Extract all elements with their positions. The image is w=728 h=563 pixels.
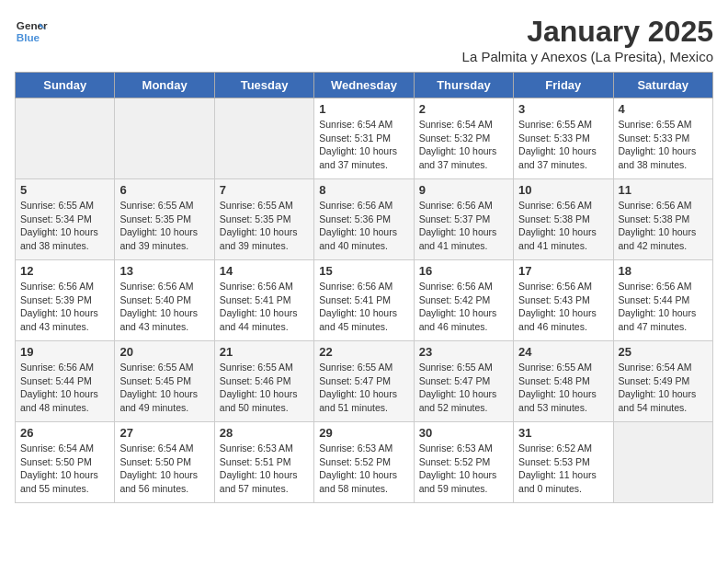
day-number: 16 — [419, 264, 508, 278]
day-number: 28 — [220, 426, 309, 440]
day-info: Sunrise: 6:56 AMSunset: 5:41 PMDaylight:… — [319, 280, 408, 334]
day-cell — [214, 98, 313, 179]
day-number: 15 — [319, 264, 408, 278]
day-number: 13 — [119, 264, 209, 278]
day-number: 31 — [518, 426, 608, 440]
logo: General Blue — [15, 15, 48, 48]
page-header: General Blue January 2025 La Palmita y A… — [15, 15, 713, 64]
day-cell: 31Sunrise: 6:52 AMSunset: 5:53 PMDayligh… — [514, 422, 613, 503]
day-cell: 29Sunrise: 6:53 AMSunset: 5:52 PMDayligh… — [314, 422, 414, 503]
day-number: 20 — [119, 345, 209, 359]
day-cell: 14Sunrise: 6:56 AMSunset: 5:41 PMDayligh… — [214, 260, 313, 341]
day-info: Sunrise: 6:54 AMSunset: 5:31 PMDaylight:… — [319, 118, 408, 172]
week-row-4: 19Sunrise: 6:56 AMSunset: 5:44 PMDayligh… — [16, 341, 713, 422]
week-row-1: 1Sunrise: 6:54 AMSunset: 5:31 PMDaylight… — [16, 98, 713, 179]
day-cell: 28Sunrise: 6:53 AMSunset: 5:51 PMDayligh… — [214, 422, 313, 503]
day-cell: 30Sunrise: 6:53 AMSunset: 5:52 PMDayligh… — [414, 422, 513, 503]
day-cell: 3Sunrise: 6:55 AMSunset: 5:33 PMDaylight… — [514, 98, 613, 179]
day-number: 26 — [20, 426, 109, 440]
weekday-header-thursday: Thursday — [414, 73, 513, 98]
day-number: 23 — [419, 345, 508, 359]
day-cell: 25Sunrise: 6:54 AMSunset: 5:49 PMDayligh… — [613, 341, 712, 422]
day-number: 25 — [619, 345, 708, 359]
day-number: 5 — [20, 183, 109, 197]
day-number: 4 — [619, 102, 708, 116]
day-cell: 26Sunrise: 6:54 AMSunset: 5:50 PMDayligh… — [16, 422, 115, 503]
day-cell: 10Sunrise: 6:56 AMSunset: 5:38 PMDayligh… — [514, 179, 613, 260]
day-number: 10 — [518, 183, 608, 197]
day-number: 17 — [518, 264, 608, 278]
day-number: 9 — [419, 183, 508, 197]
day-cell: 17Sunrise: 6:56 AMSunset: 5:43 PMDayligh… — [514, 260, 613, 341]
day-cell — [16, 98, 115, 179]
day-info: Sunrise: 6:56 AMSunset: 5:37 PMDaylight:… — [419, 199, 508, 253]
logo-icon: General Blue — [15, 15, 48, 48]
month-title: January 2025 — [462, 15, 713, 49]
day-info: Sunrise: 6:56 AMSunset: 5:44 PMDaylight:… — [20, 361, 109, 415]
weekday-header-sunday: Sunday — [16, 73, 115, 98]
day-number: 18 — [619, 264, 708, 278]
day-cell: 18Sunrise: 6:56 AMSunset: 5:44 PMDayligh… — [613, 260, 712, 341]
day-info: Sunrise: 6:55 AMSunset: 5:45 PMDaylight:… — [119, 361, 209, 415]
day-number: 27 — [119, 426, 209, 440]
day-number: 1 — [319, 102, 408, 116]
day-number: 11 — [619, 183, 708, 197]
location-title: La Palmita y Anexos (La Presita), Mexico — [462, 49, 713, 64]
day-info: Sunrise: 6:56 AMSunset: 5:44 PMDaylight:… — [619, 280, 708, 334]
day-number: 7 — [220, 183, 309, 197]
day-cell: 7Sunrise: 6:55 AMSunset: 5:35 PMDaylight… — [214, 179, 313, 260]
day-info: Sunrise: 6:55 AMSunset: 5:35 PMDaylight:… — [220, 199, 309, 253]
day-cell: 16Sunrise: 6:56 AMSunset: 5:42 PMDayligh… — [414, 260, 513, 341]
day-info: Sunrise: 6:56 AMSunset: 5:43 PMDaylight:… — [518, 280, 608, 334]
week-row-3: 12Sunrise: 6:56 AMSunset: 5:39 PMDayligh… — [16, 260, 713, 341]
day-cell: 11Sunrise: 6:56 AMSunset: 5:38 PMDayligh… — [613, 179, 712, 260]
day-cell: 22Sunrise: 6:55 AMSunset: 5:47 PMDayligh… — [314, 341, 414, 422]
weekday-header-saturday: Saturday — [613, 73, 712, 98]
day-number: 6 — [119, 183, 209, 197]
day-number: 19 — [20, 345, 109, 359]
day-cell: 6Sunrise: 6:55 AMSunset: 5:35 PMDaylight… — [115, 179, 214, 260]
weekday-header-row: SundayMondayTuesdayWednesdayThursdayFrid… — [16, 73, 713, 98]
day-cell: 21Sunrise: 6:55 AMSunset: 5:46 PMDayligh… — [214, 341, 313, 422]
day-info: Sunrise: 6:56 AMSunset: 5:38 PMDaylight:… — [619, 199, 708, 253]
day-info: Sunrise: 6:56 AMSunset: 5:38 PMDaylight:… — [518, 199, 608, 253]
weekday-header-tuesday: Tuesday — [214, 73, 313, 98]
day-cell: 1Sunrise: 6:54 AMSunset: 5:31 PMDaylight… — [314, 98, 414, 179]
day-number: 24 — [518, 345, 608, 359]
week-row-2: 5Sunrise: 6:55 AMSunset: 5:34 PMDaylight… — [16, 179, 713, 260]
day-cell: 20Sunrise: 6:55 AMSunset: 5:45 PMDayligh… — [115, 341, 214, 422]
day-cell: 19Sunrise: 6:56 AMSunset: 5:44 PMDayligh… — [16, 341, 115, 422]
day-cell: 15Sunrise: 6:56 AMSunset: 5:41 PMDayligh… — [314, 260, 414, 341]
day-info: Sunrise: 6:55 AMSunset: 5:47 PMDaylight:… — [319, 361, 408, 415]
day-info: Sunrise: 6:53 AMSunset: 5:52 PMDaylight:… — [419, 442, 508, 496]
day-cell — [613, 422, 712, 503]
day-info: Sunrise: 6:54 AMSunset: 5:50 PMDaylight:… — [119, 442, 209, 496]
day-info: Sunrise: 6:53 AMSunset: 5:52 PMDaylight:… — [319, 442, 408, 496]
weekday-header-wednesday: Wednesday — [314, 73, 414, 98]
day-number: 29 — [319, 426, 408, 440]
day-info: Sunrise: 6:55 AMSunset: 5:48 PMDaylight:… — [518, 361, 608, 415]
title-block: January 2025 La Palmita y Anexos (La Pre… — [462, 15, 713, 64]
day-info: Sunrise: 6:55 AMSunset: 5:46 PMDaylight:… — [220, 361, 309, 415]
svg-text:Blue: Blue — [17, 31, 40, 43]
day-number: 14 — [220, 264, 309, 278]
day-cell: 13Sunrise: 6:56 AMSunset: 5:40 PMDayligh… — [115, 260, 214, 341]
day-info: Sunrise: 6:52 AMSunset: 5:53 PMDaylight:… — [518, 442, 608, 496]
day-cell: 24Sunrise: 6:55 AMSunset: 5:48 PMDayligh… — [514, 341, 613, 422]
day-number: 22 — [319, 345, 408, 359]
day-info: Sunrise: 6:56 AMSunset: 5:41 PMDaylight:… — [220, 280, 309, 334]
day-info: Sunrise: 6:54 AMSunset: 5:32 PMDaylight:… — [419, 118, 508, 172]
day-info: Sunrise: 6:56 AMSunset: 5:40 PMDaylight:… — [119, 280, 209, 334]
day-info: Sunrise: 6:55 AMSunset: 5:34 PMDaylight:… — [20, 199, 109, 253]
day-cell: 4Sunrise: 6:55 AMSunset: 5:33 PMDaylight… — [613, 98, 712, 179]
day-number: 3 — [518, 102, 608, 116]
day-cell: 5Sunrise: 6:55 AMSunset: 5:34 PMDaylight… — [16, 179, 115, 260]
calendar-table: SundayMondayTuesdayWednesdayThursdayFrid… — [15, 72, 713, 503]
day-cell: 8Sunrise: 6:56 AMSunset: 5:36 PMDaylight… — [314, 179, 414, 260]
day-cell: 2Sunrise: 6:54 AMSunset: 5:32 PMDaylight… — [414, 98, 513, 179]
day-info: Sunrise: 6:56 AMSunset: 5:36 PMDaylight:… — [319, 199, 408, 253]
day-info: Sunrise: 6:56 AMSunset: 5:39 PMDaylight:… — [20, 280, 109, 334]
day-number: 2 — [419, 102, 508, 116]
day-info: Sunrise: 6:56 AMSunset: 5:42 PMDaylight:… — [419, 280, 508, 334]
week-row-5: 26Sunrise: 6:54 AMSunset: 5:50 PMDayligh… — [16, 422, 713, 503]
